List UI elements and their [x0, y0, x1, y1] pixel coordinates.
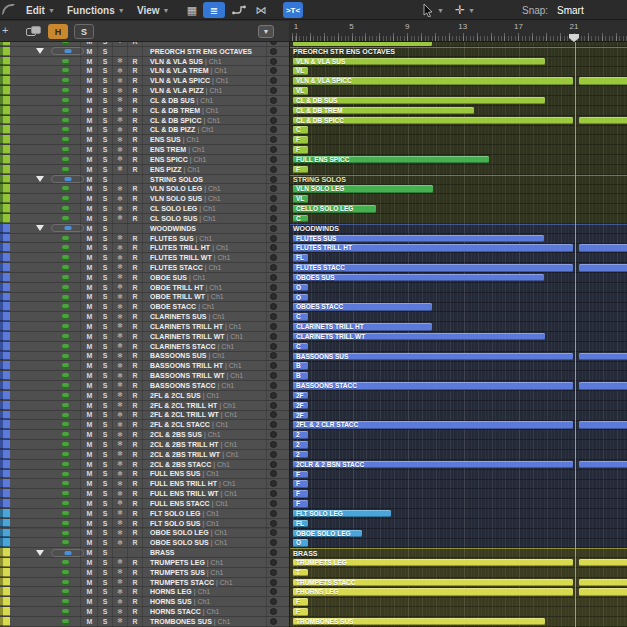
mute-button[interactable]: M — [82, 617, 97, 626]
track-zoom-dropdown[interactable]: ▼ — [258, 25, 274, 38]
track-header-row[interactable]: M S ❄ R CL & DB SPICC | Ch1 — [0, 116, 289, 126]
track-header-row[interactable]: M S ❄ R OBOE STACC | Ch1 — [0, 302, 289, 312]
record-enable-button[interactable]: R — [128, 352, 142, 361]
solo-button[interactable]: S — [98, 243, 112, 252]
record-enable-button[interactable]: R — [128, 312, 142, 321]
freeze-button[interactable]: ❄ — [113, 361, 127, 370]
solo-tracks-button[interactable]: S — [74, 24, 94, 39]
mute-button[interactable]: M — [82, 361, 97, 370]
record-enable-button[interactable]: R — [128, 332, 142, 341]
record-enable-button[interactable]: R — [128, 243, 142, 252]
midi-region[interactable]: CELLO SOLO LEG — [293, 205, 376, 213]
record-enable-button[interactable]: R — [128, 489, 142, 498]
track-on-off-button[interactable] — [270, 42, 277, 45]
mute-button[interactable]: M — [82, 312, 97, 321]
midi-region[interactable]: CL & DB SPICC — [293, 117, 573, 125]
track-header-row[interactable]: M S ❄ R OBOE SOLO SUS | Ch1 — [0, 538, 289, 548]
freeze-button[interactable]: ❄ — [113, 96, 127, 105]
solo-button[interactable]: S — [98, 391, 112, 400]
solo-button[interactable]: S — [98, 558, 112, 567]
track-name[interactable]: 2FL & 2CL TRILL WT | Ch1 — [150, 411, 237, 420]
track-header-row[interactable]: M S ❄ R FLT SOLO SUS | Ch1 — [0, 519, 289, 529]
track-name[interactable]: 2FL & 2CL TRILL HT | Ch1 — [150, 401, 236, 410]
track-header-row[interactable]: M S ❄ R 2FL & 2CL SUS | Ch1 — [0, 391, 289, 401]
freeze-button[interactable]: ❄ — [113, 302, 127, 311]
track-name[interactable]: FULL ENS SUS | Ch1 — [150, 470, 219, 479]
track-header-row[interactable]: M S ❄ R FLUTES SUS | Ch1 — [0, 234, 289, 244]
record-enable-button[interactable]: R — [128, 273, 142, 282]
record-enable-button[interactable]: R — [128, 529, 142, 538]
mute-button[interactable]: M — [82, 86, 97, 95]
track-name[interactable]: WOODWINDS — [150, 224, 198, 233]
record-enable-button[interactable]: R — [128, 263, 142, 272]
mute-button[interactable]: M — [82, 175, 97, 184]
midi-region[interactable]: CL & DB TREM — [293, 107, 474, 115]
midi-region[interactable]: F — [293, 136, 308, 144]
mute-button[interactable]: M — [82, 106, 97, 115]
track-name[interactable]: CL SOLO LEG | Ch1 — [150, 204, 216, 213]
track-name[interactable]: OBOE SOLO LEG | Ch1 — [150, 529, 227, 538]
track-name[interactable]: ENS PIZZ | Ch1 — [150, 165, 200, 174]
solo-button[interactable]: S — [98, 263, 112, 272]
midi-region[interactable]: C — [293, 126, 308, 134]
mute-button[interactable]: M — [82, 332, 97, 341]
freeze-button[interactable]: ❄ — [113, 116, 127, 125]
mute-button[interactable]: M — [82, 66, 97, 75]
track-name[interactable]: BRASS — [150, 548, 177, 557]
track-header-row[interactable]: M S ❄ R VLN & VLA SUS | Ch1 — [0, 57, 289, 67]
track-name[interactable]: CLARINETS STACC | Ch1 — [150, 342, 234, 351]
freeze-button[interactable]: ❄ — [113, 184, 127, 193]
midi-region[interactable]: O — [293, 294, 308, 302]
freeze-button[interactable]: ❄ — [113, 371, 127, 380]
track-on-off-button[interactable] — [270, 97, 277, 104]
freeze-button[interactable]: ❄ — [113, 283, 127, 292]
track-header-row[interactable]: M S ❄ R TRUMPETS STACC | Ch1 — [0, 578, 289, 588]
track-name[interactable]: TRUMPETS STACC | Ch1 — [150, 578, 233, 587]
track-on-off-button[interactable] — [270, 323, 277, 330]
stack-summary-label[interactable]: PREORCH STR ENS OCTAVES — [293, 47, 395, 57]
track-name[interactable]: 2CL & 2BS TRILL WT | Ch1 — [150, 450, 239, 459]
stack-summary-label[interactable]: STRING SOLOS — [293, 175, 346, 185]
midi-region[interactable]: VL — [293, 67, 308, 75]
track-name[interactable]: OBOE SUS | Ch1 — [150, 273, 206, 282]
record-enable-button[interactable]: R — [128, 450, 142, 459]
freeze-button[interactable]: ❄ — [113, 273, 127, 282]
midi-region[interactable]: 2F — [293, 392, 308, 400]
track-on-off-button[interactable] — [270, 225, 277, 232]
disclosure-triangle[interactable] — [36, 176, 44, 182]
solo-button[interactable]: S — [98, 273, 112, 282]
record-enable-button[interactable]: R — [128, 106, 142, 115]
track-on-off-button[interactable] — [270, 559, 277, 566]
freeze-button[interactable]: ❄ — [113, 420, 127, 429]
solo-button[interactable]: S — [98, 381, 112, 390]
mute-button[interactable]: M — [82, 184, 97, 193]
track-name[interactable]: FLUTES STACC | Ch1 — [150, 263, 221, 272]
track-header-row[interactable]: M S ❄ R CL SOLO SUS | Ch1 — [0, 214, 289, 224]
track-on-off-button[interactable] — [270, 372, 277, 379]
track-name[interactable]: FLUTES TRILL WT | Ch1 — [150, 253, 230, 262]
menu-functions[interactable]: Functions▼ — [67, 0, 125, 20]
midi-region[interactable]: FLUTES TRILL HT — [293, 244, 573, 252]
midi-region[interactable] — [579, 244, 627, 252]
track-header-row[interactable]: M S ❄ R 2CL & 2BS STACC | Ch1 — [0, 460, 289, 470]
track-header-row[interactable]: M S ❄ R 2CL & 2BS SUS | Ch1 — [0, 430, 289, 440]
freeze-button[interactable]: ❄ — [113, 489, 127, 498]
midi-region[interactable]: FL — [293, 254, 308, 262]
midi-region[interactable]: F — [293, 598, 308, 606]
record-enable-button[interactable]: R — [128, 568, 142, 577]
track-header-row[interactable]: M S ❄ R FLUTES TRILL WT | Ch1 — [0, 253, 289, 263]
mute-button[interactable]: M — [82, 371, 97, 380]
record-enable-button[interactable]: R — [128, 401, 142, 410]
track-name[interactable]: BASSOONS TRILL HT | Ch1 — [150, 361, 242, 370]
disclosure-triangle[interactable] — [36, 550, 44, 556]
record-enable-button[interactable]: R — [128, 283, 142, 292]
record-enable-button[interactable]: R — [128, 460, 142, 469]
mute-button[interactable]: M — [82, 165, 97, 174]
freeze-button[interactable]: ❄ — [113, 538, 127, 547]
track-header-row[interactable]: M S ❄ R HORNS STACC | Ch1 — [0, 607, 289, 617]
freeze-button[interactable]: ❄ — [113, 57, 127, 66]
record-enable-button[interactable]: R — [128, 302, 142, 311]
freeze-button[interactable]: ❄ — [113, 253, 127, 262]
freeze-button[interactable]: ❄ — [113, 66, 127, 75]
track-on-off-button[interactable] — [270, 87, 277, 94]
